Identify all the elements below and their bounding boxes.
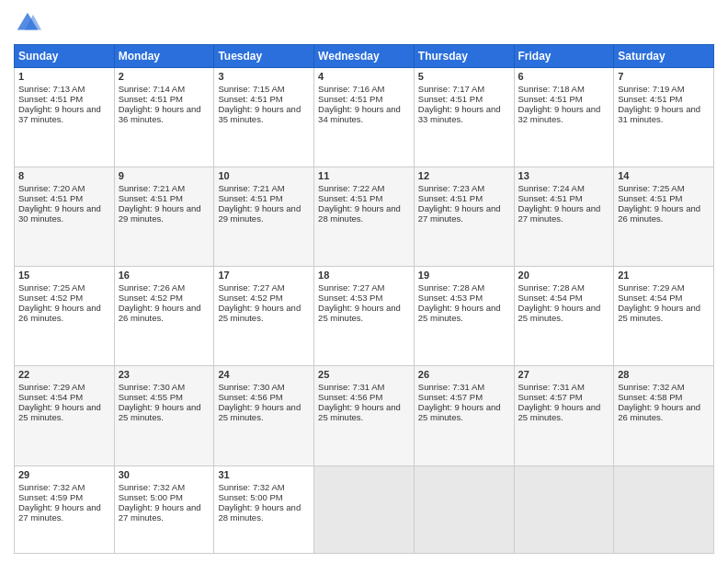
sunrise: Sunrise: 7:30 AM xyxy=(119,382,185,392)
sunset: Sunset: 4:51 PM xyxy=(119,94,183,104)
calendar-week-5: 29 Sunrise: 7:32 AM Sunset: 4:59 PM Dayl… xyxy=(15,465,714,553)
calendar-header-row: SundayMondayTuesdayWednesdayThursdayFrid… xyxy=(15,45,714,68)
sunset: Sunset: 4:57 PM xyxy=(418,392,483,402)
calendar-cell: 29 Sunrise: 7:32 AM Sunset: 4:59 PM Dayl… xyxy=(15,465,115,553)
calendar-week-3: 15 Sunrise: 7:25 AM Sunset: 4:52 PM Dayl… xyxy=(15,267,714,366)
weekday-header-sunday: Sunday xyxy=(15,45,115,68)
day-number: 7 xyxy=(618,71,710,82)
calendar-cell xyxy=(514,465,614,553)
daylight: Daylight: 9 hours and 25 minutes. xyxy=(518,402,601,422)
calendar-cell: 13 Sunrise: 7:24 AM Sunset: 4:51 PM Dayl… xyxy=(514,167,614,267)
daylight: Daylight: 9 hours and 25 minutes. xyxy=(18,402,101,422)
sunrise: Sunrise: 7:29 AM xyxy=(18,382,85,392)
day-number: 9 xyxy=(119,170,210,181)
day-number: 28 xyxy=(618,369,710,380)
daylight: Daylight: 9 hours and 36 minutes. xyxy=(119,104,201,124)
day-number: 17 xyxy=(218,270,310,281)
sunrise: Sunrise: 7:15 AM xyxy=(218,84,284,94)
sunset: Sunset: 4:51 PM xyxy=(18,193,83,203)
day-number: 4 xyxy=(318,71,410,82)
sunset: Sunset: 4:56 PM xyxy=(318,392,382,402)
day-number: 22 xyxy=(18,369,110,380)
sunrise: Sunrise: 7:27 AM xyxy=(318,282,384,293)
sunrise: Sunrise: 7:26 AM xyxy=(119,282,185,293)
calendar-cell: 1 Sunrise: 7:13 AM Sunset: 4:51 PM Dayli… xyxy=(15,68,115,167)
daylight: Daylight: 9 hours and 27 minutes. xyxy=(418,203,501,224)
calendar-cell: 6 Sunrise: 7:18 AM Sunset: 4:51 PM Dayli… xyxy=(514,68,614,167)
day-number: 15 xyxy=(18,270,110,281)
day-number: 24 xyxy=(218,369,310,380)
daylight: Daylight: 9 hours and 27 minutes. xyxy=(119,502,201,523)
sunset: Sunset: 4:51 PM xyxy=(119,193,183,203)
sunset: Sunset: 4:51 PM xyxy=(518,193,583,203)
calendar-cell: 14 Sunrise: 7:25 AM Sunset: 4:51 PM Dayl… xyxy=(614,167,714,267)
sunrise: Sunrise: 7:32 AM xyxy=(18,482,85,492)
calendar-cell: 27 Sunrise: 7:31 AM Sunset: 4:57 PM Dayl… xyxy=(514,366,614,465)
calendar-cell: 26 Sunrise: 7:31 AM Sunset: 4:57 PM Dayl… xyxy=(414,366,514,465)
calendar-cell xyxy=(614,465,714,553)
day-number: 25 xyxy=(318,369,410,380)
logo-icon xyxy=(14,9,41,37)
sunrise: Sunrise: 7:24 AM xyxy=(518,183,585,193)
sunset: Sunset: 4:59 PM xyxy=(18,492,83,502)
day-number: 11 xyxy=(318,170,410,181)
weekday-header-wednesday: Wednesday xyxy=(314,45,415,68)
sunrise: Sunrise: 7:27 AM xyxy=(218,282,284,293)
daylight: Daylight: 9 hours and 25 minutes. xyxy=(218,303,301,323)
sunrise: Sunrise: 7:25 AM xyxy=(618,183,684,193)
daylight: Daylight: 9 hours and 25 minutes. xyxy=(318,303,401,323)
calendar-cell: 15 Sunrise: 7:25 AM Sunset: 4:52 PM Dayl… xyxy=(15,267,115,366)
calendar-cell: 16 Sunrise: 7:26 AM Sunset: 4:52 PM Dayl… xyxy=(114,267,214,366)
daylight: Daylight: 9 hours and 35 minutes. xyxy=(218,104,301,124)
daylight: Daylight: 9 hours and 27 minutes. xyxy=(18,502,101,523)
calendar-cell: 20 Sunrise: 7:28 AM Sunset: 4:54 PM Dayl… xyxy=(514,267,614,366)
daylight: Daylight: 9 hours and 28 minutes. xyxy=(318,203,401,224)
sunrise: Sunrise: 7:22 AM xyxy=(318,183,384,193)
day-number: 1 xyxy=(18,71,110,82)
sunrise: Sunrise: 7:13 AM xyxy=(18,84,85,94)
calendar-cell: 12 Sunrise: 7:23 AM Sunset: 4:51 PM Dayl… xyxy=(414,167,514,267)
day-number: 19 xyxy=(418,270,510,281)
day-number: 5 xyxy=(418,71,510,82)
calendar-cell: 7 Sunrise: 7:19 AM Sunset: 4:51 PM Dayli… xyxy=(614,68,714,167)
sunrise: Sunrise: 7:17 AM xyxy=(418,84,484,94)
sunset: Sunset: 4:52 PM xyxy=(218,293,282,303)
sunset: Sunset: 5:00 PM xyxy=(119,492,183,502)
calendar-cell: 21 Sunrise: 7:29 AM Sunset: 4:54 PM Dayl… xyxy=(614,267,714,366)
calendar-cell: 24 Sunrise: 7:30 AM Sunset: 4:56 PM Dayl… xyxy=(214,366,314,465)
daylight: Daylight: 9 hours and 28 minutes. xyxy=(218,502,301,523)
daylight: Daylight: 9 hours and 26 minutes. xyxy=(618,203,700,224)
daylight: Daylight: 9 hours and 25 minutes. xyxy=(218,402,301,422)
daylight: Daylight: 9 hours and 31 minutes. xyxy=(618,104,700,124)
sunset: Sunset: 4:51 PM xyxy=(418,94,483,104)
day-number: 12 xyxy=(418,170,510,181)
sunset: Sunset: 4:51 PM xyxy=(18,94,83,104)
sunrise: Sunrise: 7:30 AM xyxy=(218,382,284,392)
day-number: 23 xyxy=(119,369,210,380)
sunset: Sunset: 4:53 PM xyxy=(418,293,483,303)
calendar-cell: 23 Sunrise: 7:30 AM Sunset: 4:55 PM Dayl… xyxy=(114,366,214,465)
calendar-cell: 31 Sunrise: 7:32 AM Sunset: 5:00 PM Dayl… xyxy=(214,465,314,553)
day-number: 29 xyxy=(18,469,110,480)
day-number: 21 xyxy=(618,270,710,281)
day-number: 3 xyxy=(218,71,310,82)
sunset: Sunset: 4:51 PM xyxy=(518,94,583,104)
daylight: Daylight: 9 hours and 37 minutes. xyxy=(18,104,101,124)
calendar-cell xyxy=(414,465,514,553)
calendar-cell: 30 Sunrise: 7:32 AM Sunset: 5:00 PM Dayl… xyxy=(114,465,214,553)
day-number: 16 xyxy=(119,270,210,281)
daylight: Daylight: 9 hours and 32 minutes. xyxy=(518,104,601,124)
sunrise: Sunrise: 7:25 AM xyxy=(18,282,85,293)
sunset: Sunset: 4:51 PM xyxy=(618,94,682,104)
sunrise: Sunrise: 7:31 AM xyxy=(418,382,484,392)
sunset: Sunset: 4:51 PM xyxy=(418,193,483,203)
calendar-cell: 9 Sunrise: 7:21 AM Sunset: 4:51 PM Dayli… xyxy=(114,167,214,267)
daylight: Daylight: 9 hours and 26 minutes. xyxy=(18,303,101,323)
sunset: Sunset: 5:00 PM xyxy=(218,492,282,502)
sunset: Sunset: 4:51 PM xyxy=(618,193,682,203)
day-number: 31 xyxy=(218,469,310,480)
day-number: 26 xyxy=(418,369,510,380)
daylight: Daylight: 9 hours and 25 minutes. xyxy=(119,402,201,422)
daylight: Daylight: 9 hours and 25 minutes. xyxy=(518,303,601,323)
calendar-cell: 25 Sunrise: 7:31 AM Sunset: 4:56 PM Dayl… xyxy=(314,366,415,465)
